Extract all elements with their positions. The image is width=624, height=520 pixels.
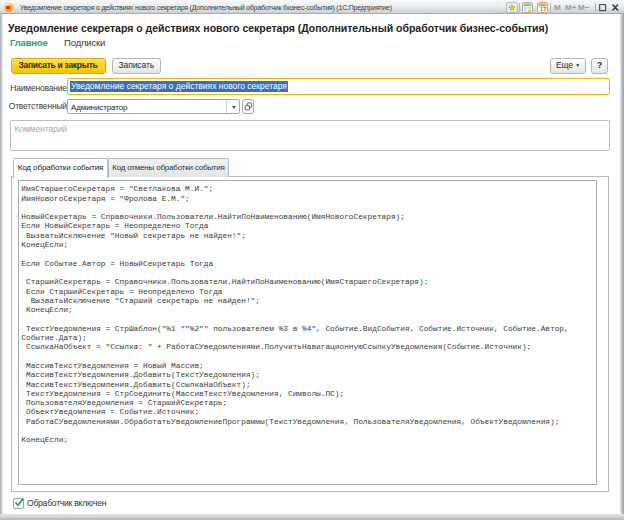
- svg-text:17: 17: [540, 6, 547, 12]
